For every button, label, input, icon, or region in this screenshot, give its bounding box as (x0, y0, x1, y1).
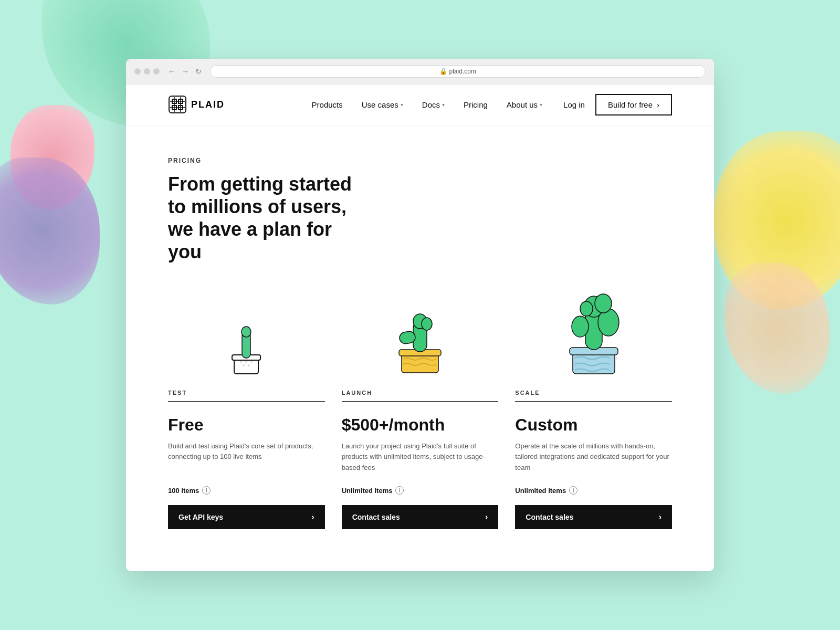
back-button[interactable]: ← (166, 66, 177, 77)
info-icon[interactable]: i (569, 486, 578, 495)
svg-point-8 (250, 361, 253, 363)
lock-icon: 🔒 (439, 68, 449, 75)
feature-test: 100 items i (168, 486, 325, 495)
nav-products[interactable]: Products (312, 100, 343, 109)
arrow-right-icon: › (485, 512, 488, 522)
build-for-free-button[interactable]: Build for free › (595, 94, 672, 116)
feature-launch: Unlimited items i (342, 486, 499, 495)
svg-point-23 (595, 294, 612, 313)
pricing-card-test: TEST Free Build and test using Plaid's c… (168, 295, 325, 529)
price-test: Free (168, 415, 325, 435)
arrow-right-icon: › (311, 512, 314, 522)
nav-docs[interactable]: Docs ▾ (422, 100, 445, 109)
logo[interactable]: PLAID (168, 95, 225, 114)
page-content: PLAID Products Use cases ▾ Docs ▾ Pricin… (126, 85, 714, 571)
test-illustration (168, 295, 325, 379)
pricing-card-launch: LAUNCH $500+/month Launch your project u… (342, 295, 499, 529)
medium-cactus-svg (391, 300, 449, 379)
small-cactus-svg (223, 311, 270, 379)
feature-scale: Unlimited items i (515, 486, 672, 495)
svg-point-10 (248, 364, 250, 366)
price-scale: Custom (515, 415, 672, 435)
browser-navigation: ← → ↻ (166, 66, 204, 77)
main-navigation: PLAID Products Use cases ▾ Docs ▾ Pricin… (126, 85, 714, 125)
page-headline: From getting started to millions of user… (168, 173, 368, 264)
launch-illustration (342, 295, 499, 379)
dot-red (134, 68, 141, 75)
address-bar[interactable]: 🔒 plaid.com (210, 65, 706, 78)
get-api-keys-button[interactable]: Get API keys › (168, 505, 325, 529)
main-content: PRICING From getting started to millions… (126, 125, 714, 571)
svg-rect-1 (169, 96, 186, 113)
svg-point-24 (580, 301, 593, 316)
dot-yellow (144, 68, 150, 75)
bg-decoration-purple (0, 158, 100, 304)
section-label: PRICING (168, 157, 672, 164)
price-launch: $500+/month (342, 415, 499, 435)
logo-icon (168, 95, 187, 114)
bg-decoration-pink (10, 105, 94, 210)
svg-point-20 (572, 316, 589, 337)
description-scale: Operate at the scale of millions with ha… (515, 441, 672, 474)
large-cactus-svg (557, 285, 631, 379)
contact-sales-button-scale[interactable]: Contact sales › (515, 505, 672, 529)
tier-label-scale: SCALE (515, 390, 672, 402)
contact-sales-button-launch[interactable]: Contact sales › (342, 505, 499, 529)
nav-about[interactable]: About us ▾ (507, 100, 542, 109)
svg-rect-0 (168, 95, 187, 114)
scale-illustration (515, 295, 672, 379)
nav-use-cases[interactable]: Use cases ▾ (362, 100, 403, 109)
browser-chrome: ← → ↻ 🔒 plaid.com (126, 59, 714, 85)
chevron-down-icon: ▾ (442, 102, 445, 108)
description-test: Build and test using Plaid's core set of… (168, 441, 325, 474)
dot-green (153, 68, 160, 75)
description-launch: Launch your project using Plaid's full s… (342, 441, 499, 474)
login-link[interactable]: Log in (563, 100, 585, 109)
browser-window: ← → ↻ 🔒 plaid.com PLAID (126, 59, 714, 571)
nav-links: Products Use cases ▾ Docs ▾ Pricing Abou… (312, 100, 543, 109)
svg-point-6 (240, 361, 242, 363)
info-icon[interactable]: i (395, 486, 404, 495)
nav-pricing[interactable]: Pricing (464, 100, 488, 109)
svg-point-9 (243, 364, 245, 366)
bg-decoration-yellow (714, 131, 840, 310)
chevron-down-icon: ▾ (401, 102, 403, 108)
pricing-cards: TEST Free Build and test using Plaid's c… (168, 295, 672, 529)
svg-point-5 (242, 327, 251, 337)
arrow-right-icon: › (657, 100, 659, 109)
chevron-down-icon: ▾ (540, 102, 542, 108)
svg-point-16 (422, 318, 432, 330)
arrow-right-icon: › (659, 512, 662, 522)
forward-button[interactable]: → (180, 66, 191, 77)
tier-label-test: TEST (168, 390, 325, 402)
pricing-card-scale: SCALE Custom Operate at the scale of mil… (515, 295, 672, 529)
browser-dots (134, 68, 160, 75)
tier-label-launch: LAUNCH (342, 390, 499, 402)
svg-point-7 (245, 361, 247, 363)
bg-decoration-peach (724, 262, 830, 394)
info-icon[interactable]: i (202, 486, 211, 495)
refresh-button[interactable]: ↻ (193, 66, 204, 77)
